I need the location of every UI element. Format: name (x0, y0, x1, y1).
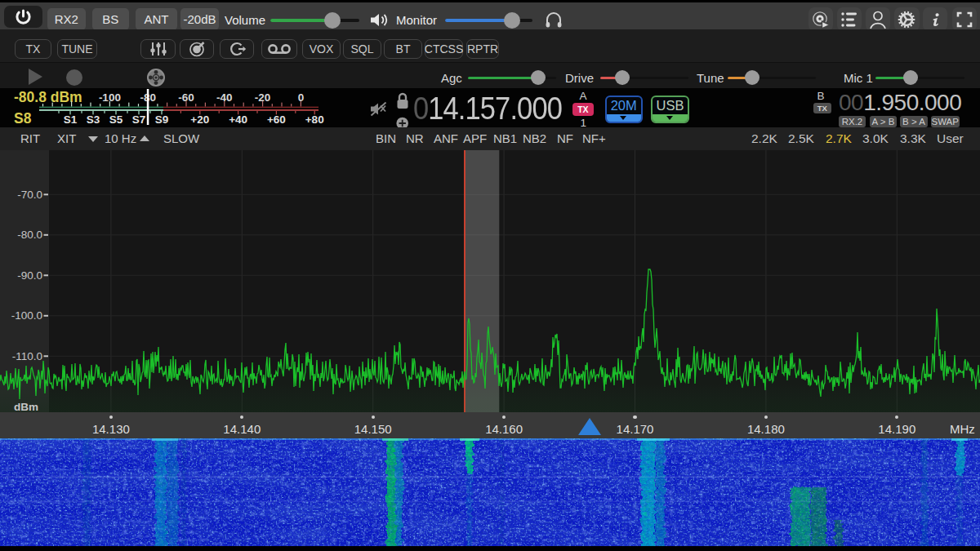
svg-text:-80.0: -80.0 (17, 229, 42, 241)
svg-text:dBm: dBm (14, 401, 38, 412)
svg-text:+40: +40 (229, 113, 247, 126)
svg-text:-70.0: -70.0 (17, 189, 42, 201)
svg-text:S3: S3 (87, 113, 100, 126)
svg-text:+60: +60 (267, 113, 286, 126)
svg-text:-100.0: -100.0 (11, 309, 42, 322)
svg-text:-90.0: -90.0 (17, 269, 42, 282)
svg-text:-110.0: -110.0 (12, 350, 42, 362)
svg-text:S9: S9 (155, 113, 169, 126)
svg-text:S5: S5 (109, 113, 123, 126)
svg-text:S8: S8 (14, 110, 32, 127)
svg-text:S7: S7 (132, 113, 146, 126)
svg-text:+80: +80 (305, 113, 324, 126)
svg-text:+20: +20 (190, 113, 209, 126)
svg-text:S1: S1 (64, 113, 78, 126)
